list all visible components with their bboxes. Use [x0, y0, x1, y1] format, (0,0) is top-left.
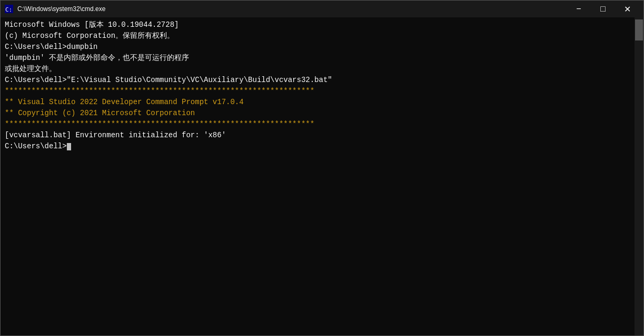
console-area: Microsoft Windows [版本 10.0.19044.2728](c…: [1, 17, 643, 335]
console-line: Microsoft Windows [版本 10.0.19044.2728]: [5, 19, 630, 30]
console-line: [vcvarsall.bat] Environment initialized …: [5, 130, 630, 141]
console-content[interactable]: Microsoft Windows [版本 10.0.19044.2728](c…: [1, 17, 635, 335]
console-line: ** Visual Studio 2022 Developer Command …: [5, 97, 630, 108]
scrollbar[interactable]: [635, 17, 643, 335]
window-controls: − □ ✕: [567, 1, 639, 17]
maximize-button[interactable]: □: [591, 1, 615, 17]
svg-text:C:: C:: [5, 6, 12, 13]
scrollbar-thumb[interactable]: [635, 19, 643, 40]
console-line: 或批处理文件。: [5, 64, 630, 75]
console-line: (c) Microsoft Corporation。保留所有权利。: [5, 30, 630, 42]
title-bar-text: C:\Windows\system32\cmd.exe: [17, 5, 567, 13]
close-button[interactable]: ✕: [615, 1, 639, 17]
console-line: ****************************************…: [5, 119, 630, 130]
title-bar: C: C:\Windows\system32\cmd.exe − □ ✕: [1, 1, 643, 17]
console-line: ****************************************…: [5, 86, 630, 97]
cursor: [67, 143, 71, 150]
console-line: C:\Users\dell>"E:\Visual Studio\Communit…: [5, 75, 630, 86]
console-line: 'dumpbin' 不是内部或外部命令，也不是可运行的程序: [5, 53, 630, 64]
cmd-window: C: C:\Windows\system32\cmd.exe − □ ✕ Mic…: [0, 0, 644, 336]
minimize-button[interactable]: −: [567, 1, 591, 17]
console-line: C:\Users\dell>: [5, 141, 630, 152]
console-line: C:\Users\dell>dumpbin: [5, 42, 630, 53]
console-line: ** Copyright (c) 2021 Microsoft Corporat…: [5, 108, 630, 119]
cmd-icon: C:: [5, 5, 13, 13]
